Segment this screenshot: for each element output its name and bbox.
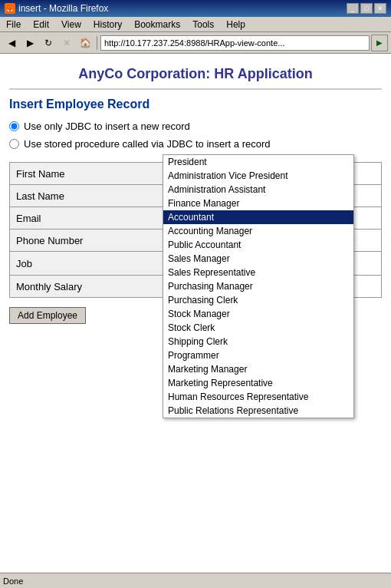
dropdown-item[interactable]: Finance Manager (163, 197, 353, 210)
menu-view[interactable]: View (58, 18, 84, 31)
close-button[interactable]: ✕ (374, 3, 386, 14)
phone-label: Phone Number (10, 230, 163, 252)
dropdown-item[interactable]: President (163, 155, 353, 169)
dropdown-item[interactable]: Administration Assistant (163, 183, 353, 197)
dropdown-item[interactable]: Accountant (163, 210, 353, 224)
status-text: Done (3, 576, 23, 586)
radio-stored-proc-label: Use stored procedure called via JDBC to … (24, 138, 271, 150)
toolbar-separator (97, 36, 97, 50)
dropdown-item[interactable]: Stock Clerk (163, 321, 353, 335)
menu-bookmarks[interactable]: Bookmarks (131, 18, 183, 31)
maximize-button[interactable]: □ (360, 3, 373, 14)
toolbar: ◀ ▶ ↻ ✕ 🏠 ▶ (0, 32, 391, 54)
dropdown-item[interactable]: Sales Representative (163, 266, 353, 279)
window-controls[interactable]: _ □ ✕ (347, 3, 386, 14)
dropdown-item[interactable]: Marketing Representative (163, 376, 353, 390)
menu-history[interactable]: History (90, 18, 125, 31)
form-area: First Name Last Name Email Phone Number (9, 162, 382, 324)
lastname-label: Last Name (10, 185, 163, 207)
menu-edit[interactable]: Edit (30, 18, 52, 31)
dropdown-item[interactable]: Shipping Clerk (163, 335, 353, 349)
radio-stored-proc[interactable] (9, 139, 19, 149)
dropdown-item[interactable]: Stock Manager (163, 307, 353, 321)
radio-jdbc-only[interactable] (9, 121, 19, 131)
section-title: Insert Employee Record (9, 97, 382, 111)
home-button[interactable]: 🏠 (77, 35, 94, 51)
window-title: insert - Mozilla Firefox (18, 3, 108, 14)
stop-button[interactable]: ✕ (58, 35, 75, 51)
page-content: AnyCo Corporation: HR Application Insert… (0, 54, 391, 573)
minimize-button[interactable]: _ (347, 3, 359, 14)
dropdown-item[interactable]: Programmer (163, 349, 353, 362)
menu-bar: File Edit View History Bookmarks Tools H… (0, 17, 391, 32)
dropdown-item[interactable]: Administration Vice President (163, 169, 353, 183)
menu-help[interactable]: Help (223, 18, 248, 31)
refresh-button[interactable]: ↻ (40, 35, 57, 51)
radio-option-2: Use stored procedure called via JDBC to … (9, 138, 382, 150)
job-label: Job (10, 252, 163, 276)
title-bar: 🦊 insert - Mozilla Firefox _ □ ✕ (0, 0, 391, 17)
address-input[interactable] (100, 35, 370, 51)
job-dropdown-open[interactable]: PresidentAdministration Vice PresidentAd… (163, 154, 354, 418)
salary-label: Monthly Salary (10, 276, 163, 298)
dropdown-item[interactable]: Purchasing Manager (163, 279, 353, 293)
dropdown-item[interactable]: Accounting Manager (163, 224, 353, 238)
radio-jdbc-only-label: Use only JDBC to insert a new record (24, 121, 190, 132)
dropdown-item[interactable]: Sales Manager (163, 252, 353, 266)
address-bar (100, 35, 370, 51)
menu-tools[interactable]: Tools (189, 18, 217, 31)
back-button[interactable]: ◀ (3, 35, 20, 51)
go-button[interactable]: ▶ (371, 35, 388, 51)
page-header: AnyCo Corporation: HR Application (9, 60, 382, 90)
radio-option-1: Use only JDBC to insert a new record (9, 121, 382, 132)
dropdown-item[interactable]: Public Relations Representative (163, 404, 353, 418)
dropdown-item[interactable]: Human Resources Representative (163, 390, 353, 404)
dropdown-item[interactable]: Purchasing Clerk (163, 293, 353, 307)
dropdown-item[interactable]: Public Accountant (163, 238, 353, 252)
email-label: Email (10, 207, 163, 230)
radio-group: Use only JDBC to insert a new record Use… (9, 121, 382, 150)
menu-file[interactable]: File (3, 18, 24, 31)
status-bar: Done (0, 573, 391, 588)
forward-button[interactable]: ▶ (21, 35, 38, 51)
browser-icon: 🦊 (5, 3, 15, 14)
firstname-label: First Name (10, 163, 163, 185)
add-employee-button[interactable]: Add Employee (9, 307, 86, 324)
dropdown-item[interactable]: Marketing Manager (163, 362, 353, 376)
